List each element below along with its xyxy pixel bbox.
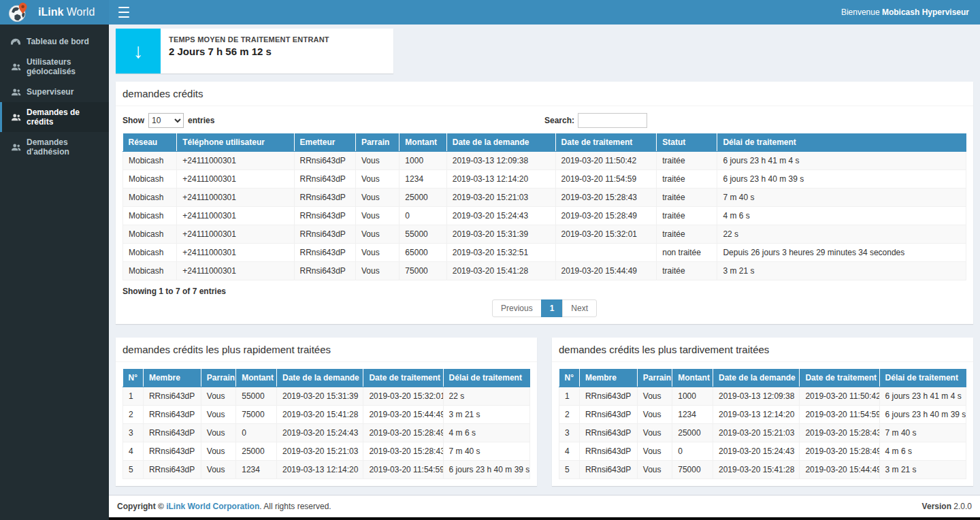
table-cell: Vous — [637, 406, 672, 424]
dashboard-icon — [10, 38, 21, 45]
column-header[interactable]: Date de la demande — [446, 133, 555, 152]
table-cell: 22 s — [443, 387, 529, 406]
table-cell: +24111000301 — [177, 152, 294, 170]
table-cell: RRnsi643dP — [294, 170, 355, 189]
globe-pin-logo-icon — [8, 2, 29, 22]
table-cell: 2019-03-20 11:50:42 — [555, 152, 657, 170]
table-row: 5RRnsi643dPVous750002019-03-20 15:41:282… — [559, 461, 966, 479]
column-header: Montant — [672, 369, 713, 387]
table-length-control: Show 10 entries — [122, 113, 544, 128]
panel-demandes-credits: demandes crédits Show 10 entries Search:… — [116, 82, 973, 324]
table-cell: RRnsi643dP — [143, 387, 201, 406]
table-cell: Vous — [201, 387, 235, 406]
table-cell: 4 — [559, 442, 580, 461]
table-cell: RRnsi643dP — [294, 207, 355, 225]
column-header[interactable]: Parrain — [355, 133, 399, 152]
table-cell: 6 jours 23 h 41 m 4 s — [717, 152, 966, 170]
table-cell: 2019-03-20 15:31:39 — [277, 387, 363, 406]
table-cell: Mobicash — [123, 152, 177, 170]
column-header: Membre — [143, 369, 201, 387]
panel-slowest-credits: demandes crédits les plus tardivement tr… — [552, 338, 973, 486]
table-cell: Mobicash — [123, 189, 177, 207]
table-cell: Vous — [355, 244, 399, 262]
column-header[interactable]: Délai de traitement — [717, 133, 966, 152]
sidebar-item-utilisateurs-geolocalises[interactable]: Utilisateurs géolocalisés — [0, 52, 109, 82]
table-cell: RRnsi643dP — [294, 189, 355, 207]
column-header: Parrain — [201, 369, 235, 387]
table-cell: +24111000301 — [177, 170, 294, 189]
table-cell: 3 — [123, 424, 144, 442]
column-header[interactable]: Emetteur — [294, 133, 355, 152]
sidebar: Tableau de bordUtilisateurs géolocalisés… — [0, 25, 109, 520]
table-cell: 65000 — [399, 244, 446, 262]
table-cell: 0 — [399, 207, 446, 225]
ilink-corporation-link[interactable]: iLink World Corporation — [166, 502, 259, 511]
sidebar-item-demandes-d-adhesion[interactable]: Demandes d'adhésion — [0, 132, 109, 162]
table-cell: traitée — [657, 207, 717, 225]
table-cell: +24111000301 — [177, 189, 294, 207]
column-header[interactable]: Téléphone utilisateur — [177, 133, 294, 152]
table-cell: 3 m 21 s — [879, 461, 966, 479]
sidebar-item-superviseur[interactable]: Superviseur — [0, 82, 109, 102]
table-cell: Vous — [637, 387, 672, 406]
table-row: 1RRnsi643dPVous550002019-03-20 15:31:392… — [123, 387, 530, 406]
table-row: Mobicash+24111000301RRnsi643dPVous250002… — [123, 189, 966, 207]
table-cell: 7 m 40 s — [879, 424, 966, 442]
brand-logo[interactable]: iLink World — [0, 0, 109, 25]
table-row: 4RRnsi643dPVous02019-03-20 15:24:432019-… — [559, 442, 966, 461]
page-length-select[interactable]: 10 — [148, 113, 184, 128]
table-cell: 2019-03-20 15:44:49 — [800, 461, 879, 479]
table-row: 2RRnsi643dPVous12342019-03-13 12:14:2020… — [559, 406, 966, 424]
welcome-message: Bienvenue Mobicash Hyperviseur — [841, 7, 969, 17]
table-cell: 2019-03-20 15:24:43 — [713, 442, 800, 461]
table-cell: 5 — [123, 461, 144, 479]
column-header[interactable]: Réseau — [123, 133, 177, 152]
search-input[interactable] — [578, 113, 647, 128]
table-row: 2RRnsi643dPVous750002019-03-20 15:41:282… — [123, 406, 530, 424]
table-cell: RRnsi643dP — [579, 387, 637, 406]
table-row: Mobicash+24111000301RRnsi643dPVous550002… — [123, 225, 966, 244]
table-cell: 1 — [123, 387, 144, 406]
pagination-next-button[interactable]: Next — [562, 299, 597, 317]
column-header: N° — [123, 369, 144, 387]
table-cell: traitée — [657, 152, 717, 170]
table-cell: 3 m 21 s — [717, 262, 966, 280]
fastest-credits-table: N°MembreParrainMontantDate de la demande… — [122, 369, 530, 479]
table-search-control: Search: — [544, 113, 966, 128]
table-cell: 2019-03-20 15:28:49 — [800, 442, 879, 461]
sidebar-toggle-hamburger-icon[interactable] — [118, 7, 133, 18]
table-cell: RRnsi643dP — [579, 424, 637, 442]
table-cell: Vous — [355, 207, 399, 225]
table-cell: Depuis 26 jours 3 heures 29 minutes 34 s… — [717, 244, 966, 262]
column-header: Date de traitement — [363, 369, 443, 387]
sidebar-item-tableau-de-bord[interactable]: Tableau de bord — [0, 31, 109, 52]
table-row: 1RRnsi643dPVous10002019-03-13 12:09:3820… — [559, 387, 966, 406]
screen-bottom-edge — [0, 517, 980, 520]
table-cell: traitée — [657, 189, 717, 207]
table-row: Mobicash+24111000301RRnsi643dPVous100020… — [123, 152, 966, 170]
table-cell: 2019-03-20 15:21:03 — [713, 424, 800, 442]
pagination-page-1-button[interactable]: 1 — [541, 299, 564, 317]
table-cell: 2019-03-20 15:44:49 — [555, 262, 657, 280]
table-row: 5RRnsi643dPVous12342019-03-13 12:14:2020… — [123, 461, 530, 479]
table-cell: Vous — [637, 442, 672, 461]
table-header-row: RéseauTéléphone utilisateurEmetteurParra… — [123, 133, 966, 152]
table-cell: 4 — [123, 442, 144, 461]
column-header[interactable]: Montant — [399, 133, 446, 152]
table-cell: RRnsi643dP — [143, 442, 201, 461]
table-info: Showing 1 to 7 of 7 entries — [122, 287, 966, 296]
table-cell: 0 — [236, 424, 277, 442]
panel-title: demandes crédits les plus tardivement tr… — [552, 338, 973, 362]
users-icon — [10, 144, 21, 151]
table-cell: 3 — [559, 424, 580, 442]
table-cell: 2019-03-20 15:21:03 — [446, 189, 555, 207]
table-cell: RRnsi643dP — [294, 244, 355, 262]
column-header: Membre — [579, 369, 637, 387]
table-cell: 4 m 6 s — [717, 207, 966, 225]
column-header[interactable]: Statut — [657, 133, 717, 152]
pagination-previous-button[interactable]: Previous — [492, 299, 542, 317]
table-cell: Mobicash — [123, 262, 177, 280]
table-cell: Vous — [355, 262, 399, 280]
sidebar-item-demandes-de-credits[interactable]: Demandes de crédits — [0, 102, 109, 132]
column-header[interactable]: Date de traitement — [555, 133, 657, 152]
